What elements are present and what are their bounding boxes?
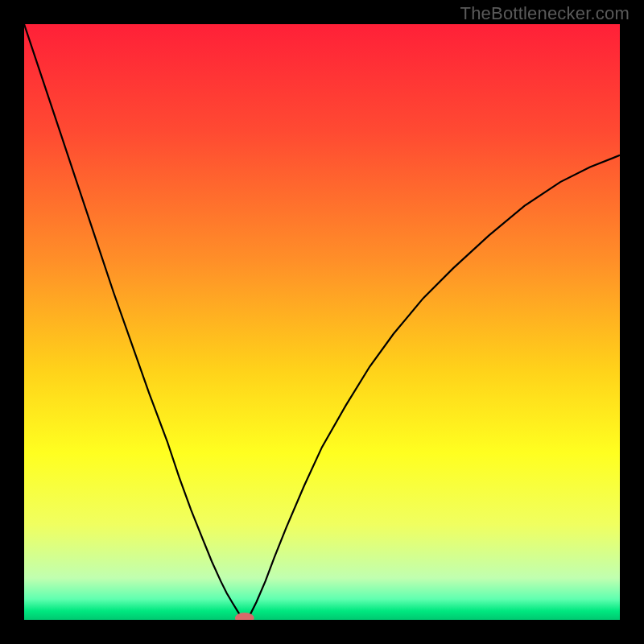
gradient-background <box>24 24 620 620</box>
bottleneck-chart <box>24 24 620 620</box>
chart-frame <box>24 24 620 620</box>
watermark-text: TheBottlenecker.com <box>460 3 630 24</box>
